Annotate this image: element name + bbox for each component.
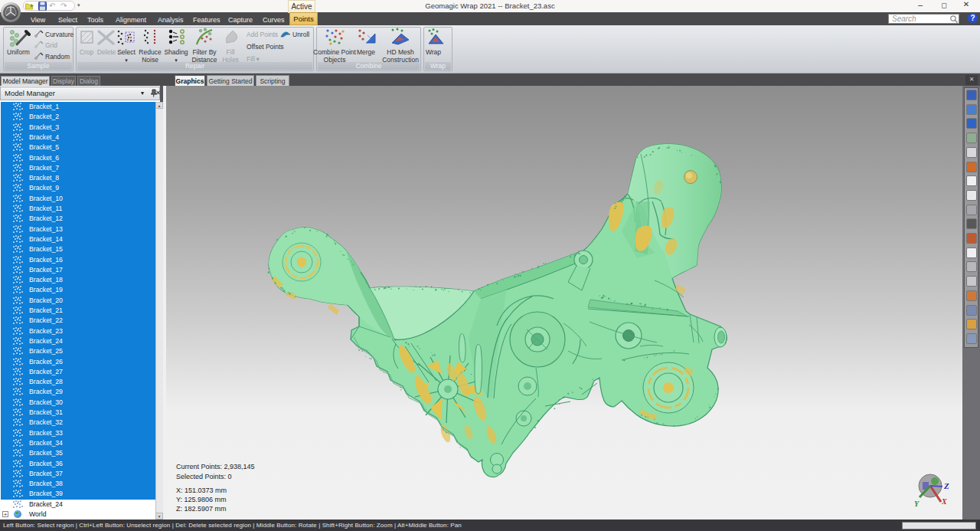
svg-text:Z: Z: [943, 481, 949, 490]
svg-text:Y: Y: [914, 500, 920, 508]
svg-text:X: X: [941, 497, 947, 506]
